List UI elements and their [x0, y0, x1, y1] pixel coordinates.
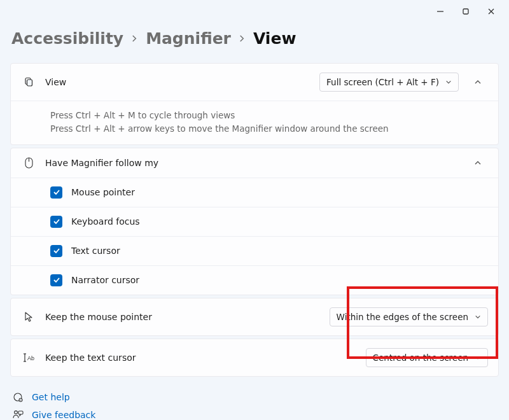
follow-option-row: Text cursor: [11, 236, 498, 265]
breadcrumb-view: View: [253, 29, 296, 48]
view-mode-dropdown[interactable]: Full screen (Ctrl + Alt + F): [319, 73, 459, 92]
checkbox-narrator-cursor[interactable]: [50, 274, 62, 286]
breadcrumb-accessibility[interactable]: Accessibility: [11, 29, 123, 48]
keep-mouse-pointer-dropdown[interactable]: Within the edges of the screen: [330, 307, 488, 326]
follow-option-label: Text cursor: [71, 246, 120, 256]
follow-option-label: Keyboard focus: [71, 216, 140, 227]
follow-expander-card: Have Magnifier follow my Mouse pointer K…: [10, 148, 499, 295]
view-label: View: [45, 77, 309, 87]
keep-mouse-pointer-value: Within the edges of the screen: [337, 312, 468, 322]
keep-mouse-pointer-row: Keep the mouse pointer Within the edges …: [10, 298, 499, 336]
keep-text-cursor-value: Centred on the screen: [373, 353, 468, 363]
breadcrumb: Accessibility Magnifier View: [10, 29, 499, 48]
view-expander-card: View Full screen (Ctrl + Alt + F) Press …: [10, 63, 499, 145]
get-help-link[interactable]: ? Get help: [11, 388, 499, 406]
get-help-text: Get help: [32, 392, 70, 402]
svg-text:Ab: Ab: [27, 355, 34, 361]
view-tip-line: Press Ctrl + Alt + arrow keys to move th…: [50, 122, 487, 136]
chevron-down-icon: [445, 79, 452, 85]
give-feedback-link[interactable]: Give feedback: [11, 406, 499, 420]
svg-point-15: [14, 410, 17, 414]
mouse-outline-icon: [22, 157, 35, 169]
view-tip-line: Press Ctrl + Alt + M to cycle through vi…: [50, 109, 487, 122]
view-tips: Press Ctrl + Alt + M to cycle through vi…: [11, 101, 498, 144]
view-collapse-button[interactable]: [469, 78, 487, 86]
follow-option-row: Keyboard focus: [11, 207, 498, 236]
follow-collapse-button[interactable]: [469, 159, 487, 167]
copy-icon: [22, 77, 35, 87]
follow-option-row: Narrator cursor: [11, 265, 498, 295]
chevron-right-icon: [131, 35, 138, 42]
follow-option-label: Mouse pointer: [71, 187, 135, 197]
window-minimize-button[interactable]: [428, 3, 453, 20]
svg-rect-5: [27, 80, 32, 86]
window-maximize-button[interactable]: [453, 3, 478, 20]
window-close-button[interactable]: [478, 3, 504, 20]
chevron-down-icon: [475, 314, 481, 320]
text-cursor-icon: Ab: [22, 353, 35, 363]
follow-option-label: Narrator cursor: [71, 275, 139, 285]
chevron-right-icon: [239, 35, 246, 42]
breadcrumb-magnifier[interactable]: Magnifier: [146, 29, 231, 48]
feedback-icon: [11, 410, 24, 420]
view-mode-value: Full screen (Ctrl + Alt + F): [326, 77, 439, 87]
keep-mouse-pointer-label: Keep the mouse pointer: [45, 312, 319, 322]
keep-text-cursor-label: Keep the text cursor: [45, 353, 356, 363]
checkbox-text-cursor[interactable]: [50, 245, 62, 257]
follow-label: Have Magnifier follow my: [45, 158, 459, 168]
follow-option-row: Mouse pointer: [11, 178, 498, 207]
keep-text-cursor-dropdown[interactable]: Centred on the screen: [366, 348, 488, 367]
keep-text-cursor-row: Ab Keep the text cursor Centred on the s…: [10, 339, 499, 377]
help-icon: ?: [11, 392, 24, 402]
give-feedback-text: Give feedback: [32, 410, 95, 420]
chevron-down-icon: [475, 354, 481, 361]
checkbox-keyboard-focus[interactable]: [50, 216, 62, 228]
svg-rect-1: [463, 9, 468, 14]
cursor-arrow-icon: [22, 311, 35, 323]
checkbox-mouse-pointer[interactable]: [50, 186, 62, 199]
svg-rect-16: [18, 411, 23, 414]
